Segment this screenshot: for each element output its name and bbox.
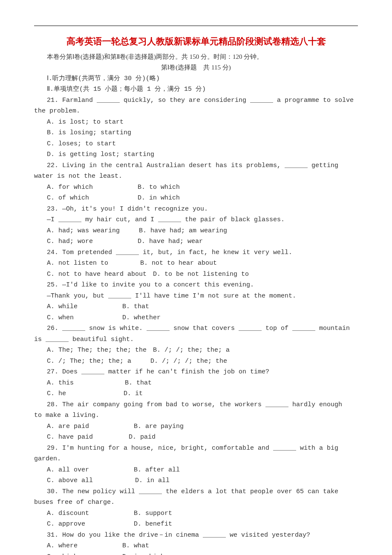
q31-opts-1: A. where B. what	[34, 541, 358, 552]
q30-opts-1: A. discount B. support	[34, 508, 358, 519]
q29-stem-2: garden.	[34, 454, 358, 465]
q30-stem-2: buses free of charge.	[34, 497, 358, 508]
q21-opt-b: B. is losing; starting	[34, 127, 358, 139]
q21-stem-2: the problem.	[34, 106, 358, 117]
q26-opts-1: A. The; The; the; the; the B. /; /; the;…	[34, 345, 358, 356]
document-title: 高考英语一轮总复习人教版新课标单元精品阶段测试卷精选八十套	[34, 35, 358, 48]
part-header: 第Ⅰ卷(选择题 共 115 分)	[34, 62, 358, 73]
q21-opt-d: D. is getting lost; starting	[34, 149, 358, 160]
q28-opts-1: A. are paid B. are paying	[34, 421, 358, 432]
q25-opts-1: A. while B. that	[34, 301, 358, 312]
q27-stem: 27. Does ______ matter if he can't finis…	[34, 367, 358, 378]
q22-opts-1: A. for which B. to which	[34, 182, 358, 193]
q28-stem-1: 28. The air company going from bad to wo…	[34, 399, 358, 410]
q23-stem-1: 23. —Oh, it's you! I didn't recognize yo…	[34, 204, 358, 215]
q25-stem-2: —Thank you, but ______ I'll have time I'…	[34, 291, 358, 302]
q23-opts-1: A. had; was wearing B. have had; am wear…	[34, 225, 358, 237]
q27-opts-2: C. he D. it	[34, 388, 358, 399]
q22-stem-2: water is not the least.	[34, 171, 358, 182]
section-2: Ⅱ.单项填空(共 15 小题；每小题 1 分，满分 15 分)	[34, 84, 358, 95]
q28-stem-2: to make a living.	[34, 410, 358, 421]
q29-opts-1: A. all over B. after all	[34, 465, 358, 476]
q23-stem-2: —I ______ my hair cut, and I ______ the …	[34, 214, 358, 225]
q26-stem-1: 26. ______ snow is white. ______ snow th…	[34, 323, 358, 334]
q25-stem-1: 25. —I'd like to invite you to a concert…	[34, 280, 358, 291]
intro-text: 本卷分第Ⅰ卷(选择题)和第Ⅱ卷(非选择题)两部分。共 150 分。时间：120 …	[34, 52, 358, 63]
q29-opts-2: C. above all D. in all	[34, 475, 358, 486]
q27-opts-1: A. this B. that	[34, 378, 358, 389]
q28-opts-2: C. have paid D. paid	[34, 432, 358, 443]
q29-stem-1: 29. I'm hunting for a house, nice, brigh…	[34, 443, 358, 454]
q24-stem: 24. Tom pretended ______ it, but, in fac…	[34, 247, 358, 258]
q31-opts-2: C. which D. in which	[34, 552, 358, 555]
q24-opts-1: A. not listen to B. not to hear about	[34, 258, 358, 269]
top-divider	[34, 26, 358, 26]
q26-opts-2: C. /; The; the; the; a D. /; /; /; the; …	[34, 356, 358, 367]
q30-stem-1: 30. The new policy will ______ the elder…	[34, 486, 358, 497]
q31-stem: 31. How do you like the drive－in cinema …	[34, 530, 358, 541]
q25-opts-2: C. when D. whether	[34, 312, 358, 324]
section-1: Ⅰ.听力理解(共两节，满分 30 分)(略)	[34, 73, 358, 84]
q21-opt-a: A. is lost; to start	[34, 117, 358, 128]
q22-stem-1: 22. Living in the central Australian des…	[34, 160, 358, 171]
q21-stem-1: 21. Farmland ______ quickly, so they are…	[34, 95, 358, 106]
document-page: 高考英语一轮总复习人教版新课标单元精品阶段测试卷精选八十套 本卷分第Ⅰ卷(选择题…	[0, 0, 392, 555]
q21-opt-c: C. loses; to start	[34, 139, 358, 150]
q24-opts-2: C. not to have heard about D. to be not …	[34, 269, 358, 280]
q23-opts-2: C. had; wore D. have had; wear	[34, 236, 358, 247]
q30-opts-2: C. approve D. benefit	[34, 519, 358, 530]
q26-stem-2: is ______ beautiful sight.	[34, 334, 358, 345]
q22-opts-2: C. of which D. in which	[34, 193, 358, 204]
